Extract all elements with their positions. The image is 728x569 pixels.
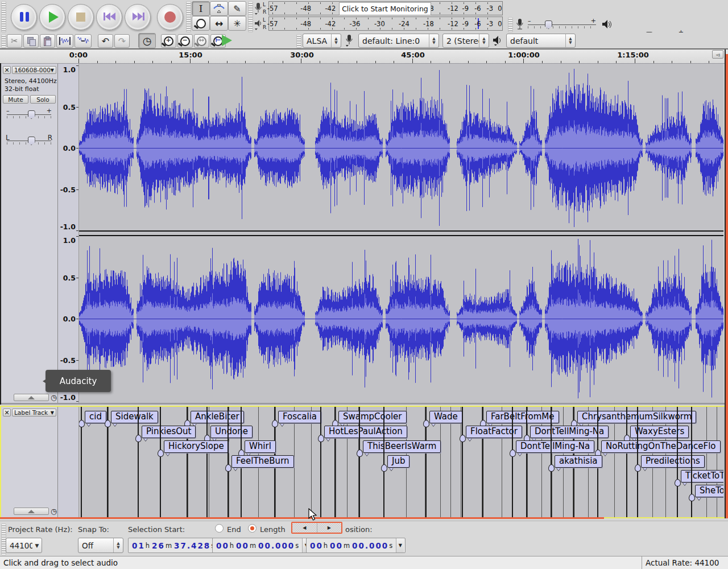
label-anchor-line[interactable] [206,407,208,517]
copy-button[interactable] [23,34,39,48]
label-boundary-line[interactable] [706,407,707,517]
scroll-right-icon[interactable]: ▶ [328,525,331,530]
waveform-channel-left[interactable] [79,65,723,230]
label-pill[interactable]: DontTellMing-Na [516,440,594,453]
label-track-content[interactable]: cidSidewalkAnkleBiterFoscaliaSwampCooler… [79,407,723,517]
label-handle[interactable] [675,479,681,486]
label-pill[interactable]: SwampCooler [338,411,407,423]
label-boundary-line[interactable] [440,407,441,517]
multi-tool-button[interactable]: ✳ [228,16,246,31]
label-boundary-line[interactable] [347,407,348,517]
label-anchor-line[interactable] [160,407,161,517]
transport-toolbar-grip[interactable] [1,1,6,32]
label-handle[interactable] [381,464,387,472]
collapse-track-button[interactable] [14,394,49,401]
label-boundary-line[interactable] [552,407,552,517]
label-handle[interactable] [318,435,324,442]
zoom-out-button[interactable]: − [177,34,193,48]
label-handle[interactable] [548,464,555,472]
label-anchor-line[interactable] [526,407,527,517]
audio-host-select[interactable]: ALSA▲▼ [303,34,341,48]
label-handle[interactable] [510,450,516,457]
label-pill[interactable]: HickorySlope [164,440,229,453]
cut-button[interactable]: ✂ [7,34,22,48]
redo-button[interactable]: ↷ [114,34,130,48]
label-pill[interactable]: akathisia [555,455,602,468]
play-at-speed-button[interactable] [222,35,232,46]
label-pill[interactable]: HotLesPaulAction [324,426,407,438]
pause-button[interactable] [11,4,37,30]
label-pill[interactable]: FarBeltFromMe [486,411,559,423]
timeshift-tool-button[interactable]: ↔ [210,16,228,31]
play-button[interactable] [39,4,65,30]
label-anchor-line[interactable] [228,407,229,517]
label-handle[interactable] [158,450,164,457]
edit-toolbar-grip[interactable] [1,34,6,48]
mute-button[interactable]: Mute [3,95,28,104]
label-anchor-line[interactable] [462,407,463,517]
label-handle[interactable] [105,420,111,427]
mixer-toolbar-grip[interactable] [508,17,513,32]
horizontal-scrollbar-track[interactable] [0,517,604,519]
meter-toolbar-grip[interactable] [248,1,253,32]
label-handle[interactable] [689,494,695,501]
label-handle[interactable] [135,435,142,442]
undo-button[interactable]: ↶ [98,34,113,48]
label-boundary-line[interactable] [614,407,615,517]
label-anchor-line[interactable] [677,407,678,517]
recording-volume-slider[interactable]: –+ [528,19,596,31]
stop-button[interactable] [68,4,94,30]
draw-tool-button[interactable]: ✎ [228,1,246,16]
label-pill[interactable]: Sidewalk [111,411,158,423]
timer-record-button[interactable]: ◷ [138,33,156,48]
vertical-scrollbar[interactable] [726,54,728,518]
input-device-select[interactable]: default: Line:0▲▼ [358,34,439,48]
silence-audio-button[interactable] [75,34,92,48]
chevron-down-icon[interactable]: ▼ [396,538,404,552]
vertical-scale-ruler[interactable]: 1.00.50.0-0.5-1.01.00.50.0-0.5-1.0 [58,64,79,403]
zoom-tool-button[interactable] [192,16,210,31]
pan-slider[interactable]: LR [7,135,51,147]
label-anchor-line[interactable] [512,407,513,517]
end-radio[interactable] [215,524,224,533]
envelope-tool-button[interactable] [210,1,228,16]
label-pill[interactable]: WaxyEsters [630,426,689,438]
timeline-ruler[interactable]: 0:0015:0030:0045:001:00:001:15:00 [0,50,728,64]
label-pill[interactable]: Jub [387,455,410,468]
paste-button[interactable] [40,34,55,48]
project-rate-select[interactable]: 44100▼ [6,538,42,553]
label-boundary-line[interactable] [502,407,502,517]
snap-to-select[interactable]: Off▲▼ [78,538,123,553]
spinner-icon[interactable]: ▲▼ [331,34,341,47]
audio-position-field[interactable]: 00h00m00.000s▼ [306,538,406,553]
tools-toolbar-grip[interactable] [186,1,191,32]
label-handle[interactable] [635,464,641,472]
label-anchor-line[interactable] [320,407,321,517]
label-anchor-line[interactable] [551,407,552,517]
length-radio[interactable] [248,524,257,533]
selection-length-field[interactable]: 00h00m00.000s▼ [212,538,312,553]
horizontal-scrollbar-thumb[interactable]: ◀▶ [291,522,342,534]
forward-button[interactable] [125,4,151,30]
waveform-area[interactable] [79,64,723,403]
label-track-title-menu[interactable]: Label Track▼ [12,409,56,417]
label-anchor-line[interactable] [138,407,139,517]
track-title-menu[interactable]: 160608-000▼ [12,66,56,74]
playback-meter[interactable]: LR -57-48-42-36-30-24-18-12-9-6-30 [254,17,504,31]
label-pill[interactable]: SheTo [695,485,723,497]
label-pill[interactable]: cid [85,411,106,423]
label-anchor-line[interactable] [383,407,384,517]
output-device-select[interactable]: default▲▼ [506,34,576,48]
label-handle[interactable] [460,435,466,442]
scroll-left-icon[interactable]: ◀ [303,525,306,530]
trim-audio-button[interactable] [56,34,73,48]
label-pill[interactable]: Undone [210,426,253,438]
collapse-label-track-button[interactable] [14,508,49,515]
label-boundary-line[interactable] [450,407,451,517]
label-boundary-line[interactable] [527,407,528,517]
close-label-track-button[interactable]: ✕ [3,409,11,417]
label-pill[interactable]: TicketToT [681,470,723,483]
label-pill[interactable]: AnkleBiter [191,411,244,423]
rewind-button[interactable] [96,4,122,30]
label-pill[interactable]: Predilections [641,455,705,468]
